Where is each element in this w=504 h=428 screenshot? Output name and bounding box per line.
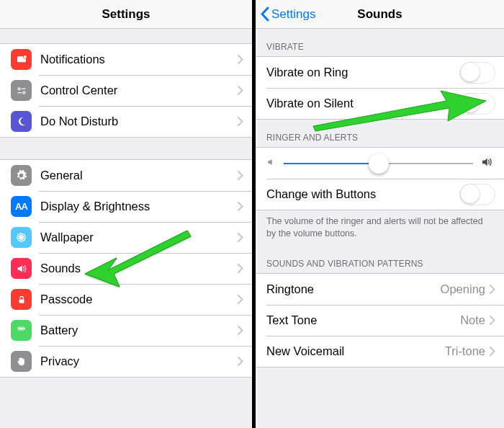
- row-label: Sounds: [40, 262, 238, 275]
- chevron-right-icon: [238, 326, 252, 335]
- row-label: Text Tone: [266, 313, 460, 327]
- chevron-right-icon: [238, 295, 252, 304]
- svg-point-11: [18, 234, 21, 237]
- toggle-change-with-buttons[interactable]: [459, 184, 495, 205]
- speaker-high-icon: [480, 156, 493, 171]
- settings-row-wallpaper[interactable]: Wallpaper: [0, 222, 252, 253]
- settings-group-1: Notifications Control Center Do Not Dist…: [0, 43, 252, 138]
- row-label: Vibrate on Ring: [266, 66, 459, 79]
- row-label: Display & Brightness: [40, 200, 238, 213]
- row-value: Note: [460, 313, 485, 327]
- settings-row-privacy[interactable]: Privacy: [0, 346, 252, 377]
- row-label: Notifications: [40, 53, 238, 66]
- notifications-icon: [11, 49, 32, 70]
- group-header-patterns: Sounds and Vibration Patterns: [256, 246, 504, 273]
- settings-row-control-center[interactable]: Control Center: [0, 75, 252, 106]
- lock-icon: [11, 289, 32, 310]
- page-title: Settings: [102, 7, 150, 22]
- chevron-right-icon: [238, 202, 252, 211]
- control-center-icon: [11, 80, 32, 101]
- row-label: Battery: [40, 324, 238, 337]
- chevron-right-icon: [238, 233, 252, 242]
- battery-icon: [11, 320, 32, 341]
- volume-slider[interactable]: [284, 163, 473, 164]
- toggle-vibrate-on-silent[interactable]: [459, 93, 495, 115]
- svg-point-14: [22, 238, 25, 241]
- patterns-group: Ringtone Opening Text Tone Note New Voic…: [256, 273, 504, 367]
- back-button[interactable]: Settings: [260, 6, 315, 22]
- svg-rect-17: [24, 328, 25, 329]
- settings-group-2: General AA Display & Brightness Wallpape…: [0, 159, 252, 378]
- row-value: Tri-tone: [445, 344, 485, 358]
- group-header-vibrate: Vibrate: [256, 29, 504, 56]
- volume-slider-row: [256, 148, 504, 179]
- row-label: New Voicemail: [266, 344, 445, 358]
- page-title: Sounds: [357, 7, 402, 22]
- chevron-right-icon: [238, 264, 252, 273]
- svg-point-12: [22, 234, 25, 237]
- chevron-right-icon: [238, 55, 252, 64]
- ringer-group: Change with Buttons: [256, 147, 504, 210]
- row-label: Passcode: [40, 293, 238, 306]
- chevron-right-icon: [490, 285, 504, 294]
- settings-row-do-not-disturb[interactable]: Do Not Disturb: [0, 106, 252, 137]
- chevron-right-icon: [238, 171, 252, 180]
- svg-point-4: [22, 92, 24, 94]
- navbar-right: Settings Sounds: [256, 0, 504, 29]
- row-label: Do Not Disturb: [40, 115, 238, 128]
- chevron-right-icon: [490, 316, 504, 325]
- display-icon: AA: [11, 196, 32, 217]
- row-label: Vibrate on Silent: [266, 97, 459, 110]
- row-label: Ringtone: [266, 282, 441, 296]
- speaker-low-icon: [266, 157, 276, 170]
- row-change-with-buttons: Change with Buttons: [256, 179, 504, 210]
- row-label: General: [40, 169, 238, 182]
- chevron-right-icon: [490, 347, 504, 356]
- chevron-right-icon: [238, 86, 252, 95]
- moon-icon: [11, 111, 32, 132]
- svg-point-6: [20, 236, 23, 239]
- settings-row-display[interactable]: AA Display & Brightness: [0, 191, 252, 222]
- flower-icon: [11, 227, 32, 248]
- settings-root-panel: Settings Notifications Control Center Do…: [0, 0, 252, 428]
- svg-rect-18: [19, 328, 24, 329]
- row-text-tone[interactable]: Text Tone Note: [256, 305, 504, 336]
- sounds-panel: Settings Sounds Vibrate Vibrate on Ring …: [256, 0, 504, 428]
- row-ringtone[interactable]: Ringtone Opening: [256, 274, 504, 305]
- hand-icon: [11, 351, 32, 372]
- settings-row-sounds[interactable]: Sounds: [0, 253, 252, 284]
- row-value: Opening: [441, 282, 485, 296]
- slider-thumb[interactable]: [369, 153, 389, 174]
- settings-row-battery[interactable]: Battery: [0, 315, 252, 346]
- vibrate-group: Vibrate on Ring Vibrate on Silent: [256, 56, 504, 120]
- svg-point-1: [23, 55, 27, 58]
- toggle-vibrate-on-ring[interactable]: [459, 62, 495, 84]
- row-label: Control Center: [40, 84, 238, 97]
- settings-row-general[interactable]: General: [0, 160, 252, 191]
- row-label: Wallpaper: [40, 231, 238, 244]
- row-label: Privacy: [40, 355, 238, 368]
- svg-rect-15: [19, 299, 24, 303]
- speaker-icon: [11, 258, 32, 279]
- settings-row-passcode[interactable]: Passcode: [0, 284, 252, 315]
- svg-point-13: [18, 238, 21, 241]
- settings-row-notifications[interactable]: Notifications: [0, 44, 252, 75]
- svg-point-2: [18, 87, 20, 89]
- row-vibrate-on-silent: Vibrate on Silent: [256, 88, 504, 119]
- chevron-right-icon: [238, 357, 252, 366]
- row-new-voicemail[interactable]: New Voicemail Tri-tone: [256, 336, 504, 367]
- group-header-ringer: Ringer and Alerts: [256, 120, 504, 147]
- navbar-left: Settings: [0, 0, 252, 29]
- gear-icon: [11, 165, 32, 186]
- chevron-right-icon: [238, 117, 252, 126]
- ringer-footer-text: The volume of the ringer and alerts will…: [256, 210, 504, 246]
- back-label: Settings: [271, 7, 315, 22]
- row-label: Change with Buttons: [266, 187, 459, 201]
- row-vibrate-on-ring: Vibrate on Ring: [256, 57, 504, 88]
